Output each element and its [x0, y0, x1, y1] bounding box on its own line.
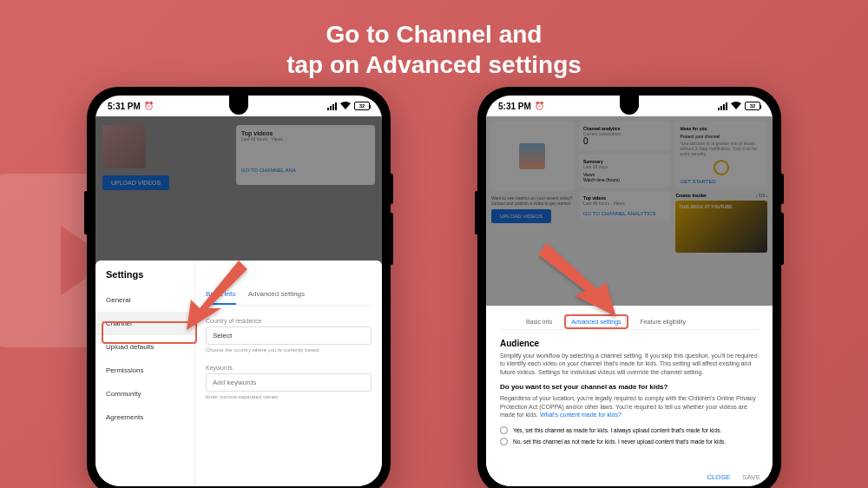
- alarm-icon: ⏰: [535, 102, 544, 110]
- wifi-icon: [731, 102, 741, 111]
- save-button[interactable]: SAVE: [742, 473, 760, 481]
- phone-notch: [620, 96, 639, 115]
- close-button[interactable]: CLOSE: [707, 473, 730, 481]
- wifi-icon: [340, 102, 351, 111]
- phone-notch: [229, 96, 248, 115]
- advanced-settings-modal: Basic info Advanced settings Feature eli…: [486, 306, 773, 486]
- signal-icon: [327, 102, 337, 110]
- audience-description: Simplify your workflow by selecting a ch…: [500, 352, 759, 376]
- radio-no-kids[interactable]: No, set this channel as not made for kid…: [500, 438, 759, 445]
- keywords-helper: Enter comma-separated values: [206, 394, 372, 399]
- audience-heading: Audience: [500, 339, 759, 348]
- country-helper: Choose the country where you're currentl…: [206, 347, 372, 353]
- instruction-headline: Go to Channel and tap on Advanced settin…: [0, 19, 868, 80]
- coppa-link[interactable]: What's content made for kids?: [540, 412, 621, 418]
- battery-icon: 32: [354, 102, 370, 110]
- tab-advanced-settings[interactable]: Advanced settings: [248, 285, 305, 305]
- alarm-icon: ⏰: [144, 102, 154, 110]
- status-time: 5:31 PM: [498, 102, 531, 111]
- signal-icon: [718, 102, 727, 110]
- tutorial-arrow-advanced: [538, 239, 642, 326]
- sidebar-item-community[interactable]: Community: [95, 382, 194, 406]
- keywords-input[interactable]: [206, 373, 372, 392]
- battery-icon: 32: [745, 102, 760, 110]
- phone-mockup-right: 5:31 PM ⏰ 32 W: [477, 87, 781, 488]
- radio-icon: [500, 426, 508, 434]
- status-time: 5:31 PM: [108, 102, 141, 111]
- legal-text: Regardless of your location, you're lega…: [500, 394, 759, 419]
- radio-icon: [500, 438, 508, 445]
- tab-feature-eligibility[interactable]: Feature eligibility: [641, 314, 687, 329]
- kids-question: Do you want to set your channel as made …: [500, 383, 759, 391]
- sidebar-item-permissions[interactable]: Permissions: [95, 359, 194, 382]
- tutorial-arrow-channel: [156, 256, 252, 334]
- sidebar-item-agreements[interactable]: Agreements: [95, 406, 194, 429]
- radio-yes-kids[interactable]: Yes, set this channel as made for kids. …: [500, 426, 759, 434]
- keywords-label: Keywords: [206, 365, 372, 371]
- phone-mockup-left: 5:31 PM ⏰ 32 UPLOAD VID: [87, 87, 391, 488]
